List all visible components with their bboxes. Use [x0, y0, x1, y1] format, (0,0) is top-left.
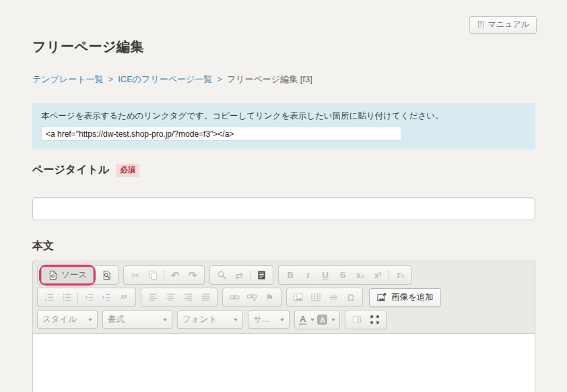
underline-button[interactable]: U: [316, 267, 334, 284]
remove-format-button[interactable]: Tx: [391, 267, 409, 284]
bold-button[interactable]: B: [281, 267, 299, 284]
outdent-button[interactable]: [80, 290, 98, 306]
scissors-icon: ✂: [131, 270, 139, 281]
copy-button[interactable]: [144, 267, 162, 284]
link-icon: [229, 292, 240, 302]
source-button-highlight: ソース: [41, 267, 94, 284]
align-right-icon: [183, 292, 193, 302]
toolbar-separator: [77, 292, 78, 303]
align-left-button[interactable]: [144, 290, 162, 306]
toolbar-group-find: ⇄: [209, 265, 273, 285]
breadcrumb-separator: >: [108, 74, 114, 84]
blockquote-button[interactable]: ”: [115, 290, 133, 306]
size-combo[interactable]: サ...: [248, 311, 290, 329]
breadcrumb-separator: >: [217, 74, 222, 84]
add-image-button[interactable]: 画像を追加: [369, 288, 441, 307]
editor-content-area[interactable]: [33, 333, 535, 392]
italic-button[interactable]: I: [299, 267, 316, 284]
link-tag-input[interactable]: [41, 127, 401, 141]
style-combo-label: スタイル: [42, 314, 77, 325]
add-image-icon: [376, 292, 387, 302]
text-color-button[interactable]: A: [298, 312, 316, 328]
editor-toolbar: ソース ✂ ↶ ↷: [33, 261, 535, 333]
chevron-down-icon: [331, 319, 335, 321]
unlink-button[interactable]: [243, 290, 261, 306]
align-center-button[interactable]: [162, 290, 179, 306]
preview-button[interactable]: [98, 267, 115, 284]
copy-icon: [148, 270, 158, 280]
anchor-button[interactable]: ⚑: [261, 290, 278, 306]
align-left-icon: [148, 292, 158, 302]
toolbar-group-tools: [345, 310, 387, 329]
font-combo[interactable]: フォント: [177, 311, 243, 329]
numbered-list-icon: [44, 292, 55, 302]
undo-icon: ↶: [171, 269, 180, 282]
show-blocks-icon: [352, 315, 362, 325]
breadcrumb-link-template-list[interactable]: テンプレート一覧: [32, 74, 104, 84]
align-justify-icon: [201, 292, 211, 302]
style-combo[interactable]: スタイル: [37, 311, 98, 329]
toolbar-separator: [164, 270, 164, 281]
horizontal-rule-icon: [329, 292, 339, 302]
rich-text-editor: ソース ✂ ↶ ↷: [32, 261, 535, 392]
manual-button[interactable]: マニュアル: [469, 16, 537, 34]
bullet-list-icon: [62, 292, 72, 302]
format-combo-label: 書式: [108, 314, 125, 325]
source-button[interactable]: ソース: [41, 267, 94, 284]
document-icon: [477, 20, 485, 29]
align-right-button[interactable]: [179, 290, 197, 306]
undo-button[interactable]: ↶: [166, 267, 184, 284]
outdent-icon: [84, 292, 94, 302]
maximize-button[interactable]: [366, 312, 383, 328]
toolbar-group-links: ⚑: [222, 288, 281, 307]
page: マニュアル フリーページ編集 テンプレート一覧>ICEのフリーページ一覧>フリー…: [0, 0, 567, 392]
cut-button[interactable]: ✂: [127, 267, 144, 284]
link-button[interactable]: [226, 290, 243, 306]
add-image-button-label: 画像を追加: [391, 292, 434, 303]
superscript-button[interactable]: x²: [369, 267, 387, 284]
breadcrumb: テンプレート一覧>ICEのフリーページ一覧>フリーページ編集 [f3]: [32, 73, 535, 86]
page-title-input[interactable]: [32, 197, 535, 220]
strikethrough-button[interactable]: S: [334, 267, 352, 284]
toolbar-group-document: ソース: [37, 265, 119, 285]
indent-button[interactable]: [98, 290, 115, 306]
chevron-down-icon: [163, 319, 167, 321]
chevron-down-icon: [280, 319, 284, 321]
search-icon: [217, 270, 227, 280]
special-char-button[interactable]: Ω: [342, 290, 360, 306]
font-combo-label: フォント: [182, 314, 217, 325]
find-button[interactable]: [213, 267, 230, 284]
breadcrumb-link-freepage-list[interactable]: ICEのフリーページ一覧: [118, 74, 212, 84]
toolbar-group-colors: A A: [294, 310, 340, 329]
select-all-icon: [257, 270, 267, 280]
source-button-label: ソース: [61, 269, 87, 281]
omega-icon: Ω: [347, 292, 354, 303]
remove-format-x: x: [401, 272, 405, 279]
preview-icon: [102, 270, 112, 280]
page-title: フリーページ編集: [32, 38, 535, 56]
select-all-button[interactable]: [253, 267, 270, 284]
body-field-label: 本文: [32, 239, 54, 253]
bg-color-icon: A: [317, 315, 327, 325]
link-tag-info-box: 本ページを表示するためのリンクタグです。コピーしてリンクを表示したい箇所に貼り付…: [32, 103, 535, 150]
subscript-button[interactable]: x₂: [352, 267, 369, 284]
bg-color-button[interactable]: A: [316, 312, 337, 328]
align-justify-button[interactable]: [197, 290, 214, 306]
numbered-list-button[interactable]: [40, 290, 58, 306]
table-icon: [310, 292, 321, 302]
toolbar-group-align: [141, 288, 218, 307]
quote-icon: ”: [120, 298, 128, 303]
horizontal-rule-button[interactable]: [325, 290, 342, 306]
align-center-icon: [166, 292, 176, 302]
bullet-list-button[interactable]: [58, 290, 75, 306]
image-button[interactable]: [290, 290, 307, 306]
toolbar-group-lists: ”: [37, 288, 136, 307]
redo-button[interactable]: ↷: [184, 267, 201, 284]
show-blocks-button[interactable]: [348, 312, 366, 328]
format-combo[interactable]: 書式: [102, 311, 172, 329]
breadcrumb-current: フリーページ編集 [f3]: [227, 74, 312, 84]
size-combo-label: サ...: [253, 314, 269, 325]
replace-button[interactable]: ⇄: [230, 267, 248, 284]
table-button[interactable]: [307, 290, 325, 306]
link-tag-description: 本ページを表示するためのリンクタグです。コピーしてリンクを表示したい箇所に貼り付…: [41, 110, 527, 122]
